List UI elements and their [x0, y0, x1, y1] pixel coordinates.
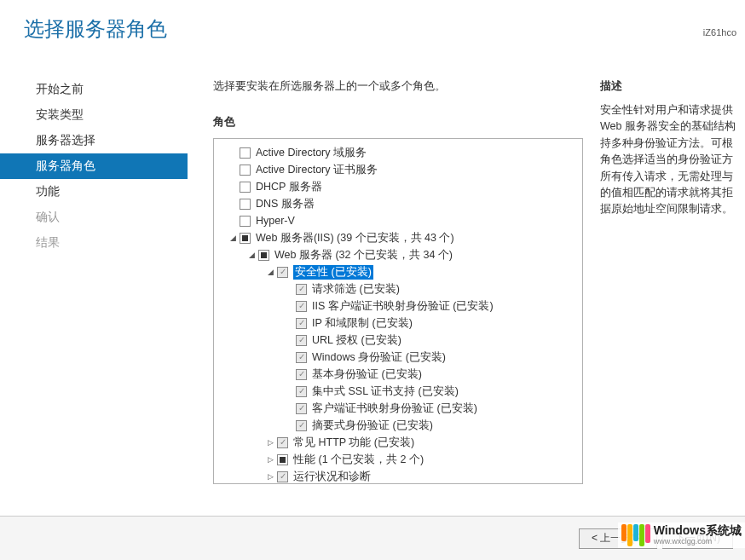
tree-row[interactable]: ▷运行状况和诊断	[217, 468, 579, 484]
tree-node-label[interactable]: 运行状况和诊断	[293, 470, 371, 484]
checkbox[interactable]	[277, 437, 288, 448]
chevron-right-icon[interactable]: ▷	[265, 454, 275, 465]
tree-node-label[interactable]: Hyper-V	[256, 215, 295, 227]
tree-row[interactable]: Hyper-V	[217, 212, 579, 229]
sidebar-item-4[interactable]: 功能	[0, 179, 188, 205]
tree-node-label[interactable]: Web 服务器(IIS) (39 个已安装，共 43 个)	[256, 231, 454, 245]
tree-node-label[interactable]: 摘要式身份验证 (已安装)	[312, 419, 433, 433]
chevron-down-icon[interactable]: ◢	[246, 250, 257, 260]
tree-row[interactable]: 请求筛选 (已安装)	[217, 280, 579, 297]
watermark-main: Windows系统城	[654, 524, 742, 537]
tree-row[interactable]: Windows 身份验证 (已安装)	[217, 349, 579, 366]
tree-node-label[interactable]: 安全性 (已安装)	[293, 265, 373, 280]
checkbox[interactable]	[240, 233, 251, 244]
tree-row[interactable]: Active Directory 域服务	[217, 144, 579, 161]
checkbox[interactable]	[296, 335, 307, 346]
roles-label: 角色	[213, 114, 583, 130]
checkbox[interactable]	[296, 403, 307, 414]
checkbox[interactable]	[240, 147, 251, 159]
instruction-text: 选择要安装在所选服务器上的一个或多个角色。	[213, 78, 583, 94]
checkbox[interactable]	[296, 318, 307, 329]
checkbox[interactable]	[277, 454, 288, 465]
sidebar-item-3[interactable]: 服务器角色	[0, 153, 188, 179]
page-title: 选择服务器角色	[24, 15, 745, 43]
chevron-down-icon[interactable]: ◢	[228, 233, 238, 243]
tree-row[interactable]: ▷常见 HTTP 功能 (已安装)	[217, 434, 579, 451]
roles-tree[interactable]: Active Directory 域服务Active Directory 证书服…	[213, 138, 583, 484]
tree-row[interactable]: 集中式 SSL 证书支持 (已安装)	[217, 383, 579, 400]
checkbox[interactable]	[240, 199, 251, 210]
checkbox[interactable]	[277, 267, 288, 278]
tree-node-label[interactable]: DHCP 服务器	[256, 180, 322, 194]
tree-node-label[interactable]: URL 授权 (已安装)	[312, 333, 401, 348]
chevron-down-icon[interactable]: ◢	[265, 267, 275, 277]
tree-node-label[interactable]: DNS 服务器	[256, 197, 315, 211]
checkbox[interactable]	[277, 471, 288, 482]
checkbox[interactable]	[258, 250, 269, 261]
tree-node-label[interactable]: 请求筛选 (已安装)	[312, 282, 400, 297]
sidebar-item-2[interactable]: 服务器选择	[0, 128, 188, 153]
checkbox[interactable]	[296, 386, 307, 397]
sidebar-item-6: 结果	[0, 230, 188, 256]
tree-row[interactable]: ◢Web 服务器(IIS) (39 个已安装，共 43 个)	[217, 229, 579, 246]
tree-node-label[interactable]: Active Directory 域服务	[256, 146, 367, 160]
checkbox[interactable]	[240, 216, 251, 227]
checkbox[interactable]	[240, 165, 251, 176]
checkbox[interactable]	[296, 284, 307, 295]
tree-row[interactable]: 客户端证书映射身份验证 (已安装)	[217, 400, 579, 417]
checkbox[interactable]	[296, 369, 307, 380]
tree-row[interactable]: ▷性能 (1 个已安装，共 2 个)	[217, 451, 579, 468]
watermark-sub: www.wxclgg.com	[654, 538, 742, 546]
tree-row[interactable]: 基本身份验证 (已安装)	[217, 366, 579, 383]
hostname-label: iZ61hco	[703, 27, 736, 38]
tree-node-label[interactable]: Windows 身份验证 (已安装)	[312, 350, 446, 365]
sidebar-item-5: 确认	[0, 205, 188, 230]
checkbox[interactable]	[240, 182, 251, 193]
tree-row[interactable]: DNS 服务器	[217, 195, 579, 212]
chevron-right-icon[interactable]: ▷	[265, 471, 275, 482]
watermark: Windows系统城 www.wxclgg.com	[618, 522, 745, 548]
tree-row[interactable]: DHCP 服务器	[217, 178, 579, 195]
desc-label: 描述	[600, 78, 736, 94]
tree-node-label[interactable]: 常见 HTTP 功能 (已安装)	[293, 436, 414, 450]
tree-node-label[interactable]: 性能 (1 个已安装，共 2 个)	[293, 453, 424, 467]
checkbox[interactable]	[296, 420, 307, 431]
tree-row[interactable]: URL 授权 (已安装)	[217, 332, 579, 349]
checkbox[interactable]	[296, 352, 307, 363]
wizard-sidebar: 开始之前安装类型服务器选择服务器角色功能确认结果	[0, 60, 188, 507]
chevron-right-icon[interactable]: ▷	[265, 437, 275, 447]
tree-row[interactable]: IP 和域限制 (已安装)	[217, 315, 579, 332]
tree-node-label[interactable]: IIS 客户端证书映射身份验证 (已安装)	[312, 299, 494, 314]
tree-row[interactable]: ◢安全性 (已安装)	[217, 263, 579, 280]
tree-node-label[interactable]: IP 和域限制 (已安装)	[312, 316, 413, 331]
sidebar-item-1[interactable]: 安装类型	[0, 102, 188, 128]
tree-node-label[interactable]: Active Directory 证书服务	[256, 163, 378, 177]
desc-text: 安全性针对用户和请求提供 Web 服务器安全的基础结构持多种身份验证方法。可根角…	[600, 102, 736, 218]
tree-node-label[interactable]: 基本身份验证 (已安装)	[312, 367, 422, 382]
wizard-header: 选择服务器角色 iZ61hco	[0, 0, 745, 60]
tree-row[interactable]: 摘要式身份验证 (已安装)	[217, 417, 579, 434]
checkbox[interactable]	[296, 301, 307, 312]
tree-node-label[interactable]: Web 服务器 (32 个已安装，共 34 个)	[274, 248, 453, 263]
watermark-logo-icon	[621, 524, 650, 546]
tree-row[interactable]: IIS 客户端证书映射身份验证 (已安装)	[217, 297, 579, 315]
sidebar-item-0[interactable]: 开始之前	[0, 77, 188, 102]
tree-node-label[interactable]: 集中式 SSL 证书支持 (已安装)	[312, 384, 459, 399]
tree-node-label[interactable]: 客户端证书映射身份验证 (已安装)	[312, 401, 477, 416]
tree-row[interactable]: ◢Web 服务器 (32 个已安装，共 34 个)	[217, 246, 579, 263]
tree-row[interactable]: Active Directory 证书服务	[217, 161, 579, 178]
